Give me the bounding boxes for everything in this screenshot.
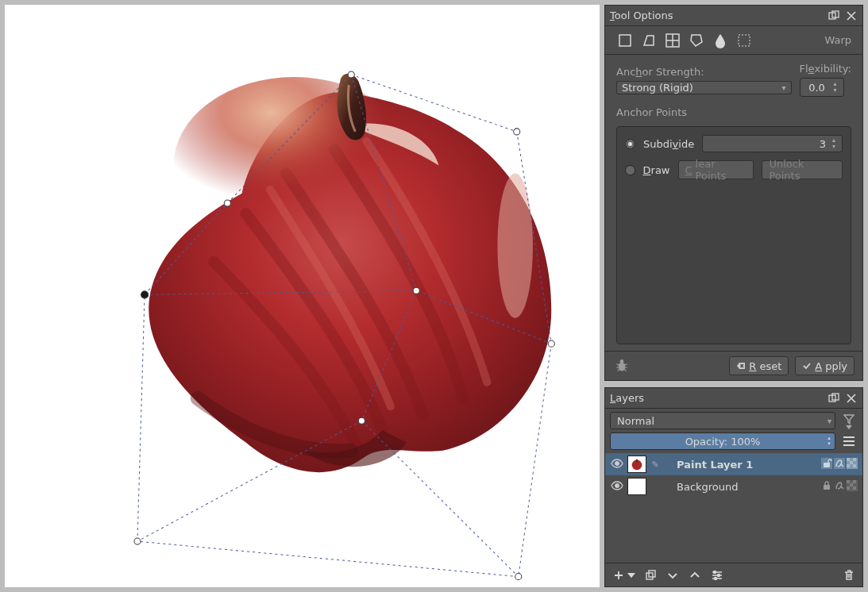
layer-thumbnail [627, 456, 646, 473]
duplicate-layer-button[interactable] [643, 568, 658, 582]
svg-rect-17 [619, 35, 631, 46]
warp-anchor-point[interactable] [348, 71, 354, 78]
delete-layer-button[interactable] [842, 568, 856, 582]
layer-thumbnail [627, 478, 646, 495]
anchor-points-group: Subdivide 3 ▴▾ Draw Clear Points Unlock … [616, 126, 851, 344]
reset-button[interactable]: Reset [729, 356, 789, 375]
svg-point-44 [714, 571, 716, 573]
close-docker-button[interactable] [845, 10, 858, 22]
add-layer-menu[interactable] [627, 568, 635, 582]
layer-options-menu[interactable] [840, 432, 858, 450]
anchor-strength-value: Strong (Rigid) [622, 82, 693, 94]
mode-liquify[interactable] [712, 32, 729, 49]
svg-line-6 [137, 294, 145, 541]
svg-rect-26 [636, 459, 638, 463]
warp-anchor-point[interactable] [224, 200, 230, 206]
svg-rect-35 [824, 485, 830, 490]
add-layer-button[interactable] [611, 568, 626, 582]
svg-point-45 [718, 574, 720, 576]
transform-mode-label: Warp [824, 34, 851, 46]
layer-filter-button[interactable] [840, 412, 858, 429]
layer-row[interactable]: ✎Paint Layer 1 [605, 453, 862, 475]
chevron-down-icon: ▾ [781, 83, 785, 92]
warp-anchor-point[interactable] [548, 340, 554, 347]
transform-mode-tabs: Warp [605, 26, 862, 55]
layer-visibility-toggle[interactable] [610, 457, 624, 472]
layer-edit-flag: ✎ [650, 459, 661, 470]
subdivide-value: 3 [706, 138, 829, 150]
bug-icon[interactable] [613, 357, 631, 375]
mode-mesh[interactable] [735, 32, 753, 49]
subdivide-input[interactable]: 3 ▴▾ [702, 135, 843, 152]
layer-alpha-icon[interactable] [834, 458, 845, 471]
subdivide-radio[interactable] [625, 139, 635, 149]
clear-points-button[interactable]: Clear Points [678, 160, 754, 179]
svg-rect-42 [646, 573, 653, 579]
layer-name[interactable]: Paint Layer 1 [664, 459, 818, 471]
blend-mode-combo[interactable]: Normal [610, 412, 835, 429]
svg-point-46 [715, 577, 717, 579]
opacity-slider[interactable]: Opacity: 100% ▴▾ [610, 432, 835, 450]
anchor-points-label: Anchor Points [616, 106, 851, 118]
canvas[interactable] [5, 5, 600, 587]
flexibility-value: 0.0 [804, 82, 831, 94]
svg-rect-30 [853, 458, 856, 461]
canvas-area[interactable] [0, 0, 600, 592]
layer-list: ✎Paint Layer 1Background [605, 453, 862, 563]
svg-rect-33 [853, 464, 856, 467]
subdivide-label: Subdivide [643, 138, 694, 150]
layers-docker: Layers Normal Opacity: 100% [604, 387, 863, 587]
flex-step-down[interactable]: ▾ [831, 87, 840, 94]
warp-anchor-point[interactable] [515, 574, 522, 580]
layer-name[interactable]: Background [664, 481, 818, 493]
close-layers-button[interactable] [845, 392, 858, 405]
svg-point-1 [497, 174, 533, 318]
svg-rect-31 [850, 461, 853, 464]
opacity-step-down[interactable]: ▾ [825, 441, 833, 447]
float-layers-button[interactable] [827, 392, 840, 405]
move-layer-up-button[interactable] [688, 568, 702, 582]
canvas-content [5, 5, 600, 587]
move-layer-down-button[interactable] [665, 568, 680, 582]
svg-rect-27 [824, 463, 830, 467]
backspace-icon [736, 361, 746, 371]
tool-options-title: Tool Options [610, 10, 823, 21]
mode-free-transform[interactable] [616, 32, 634, 49]
layer-row[interactable]: Background [605, 475, 862, 498]
anchor-strength-label: Anchor Strength: [616, 66, 792, 78]
warp-anchor-point[interactable] [134, 538, 141, 544]
anchor-strength-combo[interactable]: Strong (Rigid) ▾ [616, 81, 792, 94]
tool-options-docker: Tool Options Warp Anchor Strength: [604, 5, 863, 381]
warp-anchor-point[interactable] [358, 417, 365, 424]
layer-visibility-toggle[interactable] [610, 479, 624, 494]
blend-mode-value: Normal [617, 415, 654, 427]
svg-point-24 [615, 461, 619, 465]
float-docker-button[interactable] [827, 10, 840, 22]
layer-properties-button[interactable] [710, 568, 724, 582]
draw-label: Draw [643, 164, 670, 176]
flexibility-input[interactable]: 0.0 ▴▾ [800, 78, 844, 97]
svg-rect-40 [847, 486, 850, 490]
svg-rect-39 [850, 483, 853, 486]
mode-warp[interactable] [664, 32, 681, 49]
mode-cage[interactable] [688, 32, 705, 49]
apply-button[interactable]: Apply [795, 356, 854, 375]
warp-anchor-point[interactable] [514, 129, 520, 135]
svg-rect-29 [847, 458, 850, 461]
opacity-value: Opacity: 100% [685, 436, 761, 448]
mode-perspective[interactable] [640, 32, 658, 49]
layer-inherit-alpha-icon[interactable] [847, 480, 858, 494]
layer-inherit-alpha-icon[interactable] [847, 458, 858, 471]
warp-anchor-point[interactable] [141, 291, 149, 298]
warp-anchor-point[interactable] [413, 287, 419, 294]
svg-rect-37 [847, 480, 850, 483]
layer-lock-icon[interactable] [821, 458, 832, 471]
svg-point-21 [620, 359, 624, 363]
draw-radio[interactable] [625, 165, 635, 175]
svg-rect-19 [739, 35, 750, 46]
svg-rect-43 [649, 571, 655, 577]
unlock-points-button[interactable]: Unlock Points [762, 160, 843, 179]
subdiv-step-down[interactable]: ▾ [829, 144, 839, 150]
layer-alpha-icon[interactable] [834, 480, 845, 494]
layer-lock-icon[interactable] [821, 480, 832, 494]
